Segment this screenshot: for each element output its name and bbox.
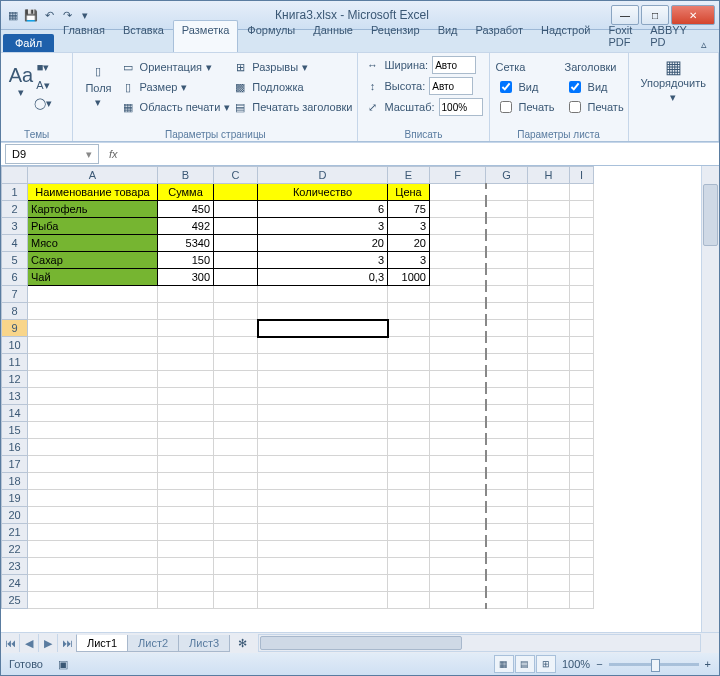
cell-I25[interactable]: [570, 592, 594, 609]
cell-A10[interactable]: [28, 337, 158, 354]
row-header-4[interactable]: 4: [2, 235, 28, 252]
sheet-nav-last-icon[interactable]: ⏭: [58, 634, 77, 652]
sheet-tab-Лист2[interactable]: Лист2: [127, 635, 179, 652]
cell-A6[interactable]: Чай: [28, 269, 158, 286]
cell-G17[interactable]: [486, 456, 528, 473]
cell-D25[interactable]: [258, 592, 388, 609]
cell-D21[interactable]: [258, 524, 388, 541]
cell-B1[interactable]: Сумма: [158, 184, 214, 201]
cell-H10[interactable]: [528, 337, 570, 354]
cell-B24[interactable]: [158, 575, 214, 592]
cell-G7[interactable]: [486, 286, 528, 303]
cell-E3[interactable]: 3: [388, 218, 430, 235]
new-sheet-icon[interactable]: ✻: [234, 635, 250, 651]
cell-H18[interactable]: [528, 473, 570, 490]
cell-I4[interactable]: [570, 235, 594, 252]
theme-fonts-icon[interactable]: A▾: [35, 77, 51, 93]
cell-E18[interactable]: [388, 473, 430, 490]
row-header-23[interactable]: 23: [2, 558, 28, 575]
cell-A12[interactable]: [28, 371, 158, 388]
print-titles-button[interactable]: ▤Печатать заголовки: [232, 97, 352, 117]
cell-A24[interactable]: [28, 575, 158, 592]
tab-abbyy pd[interactable]: ABBYY PD: [641, 20, 696, 52]
sheet-tab-Лист3[interactable]: Лист3: [178, 635, 230, 652]
cell-C13[interactable]: [214, 388, 258, 405]
cell-F3[interactable]: [430, 218, 486, 235]
cell-F20[interactable]: [430, 507, 486, 524]
ribbon-minimize-icon[interactable]: ▵: [696, 36, 712, 52]
cell-C2[interactable]: [214, 201, 258, 218]
cell-I2[interactable]: [570, 201, 594, 218]
cell-B23[interactable]: [158, 558, 214, 575]
cell-A8[interactable]: [28, 303, 158, 320]
row-header-9[interactable]: 9: [2, 320, 28, 337]
row-header-22[interactable]: 22: [2, 541, 28, 558]
row-header-3[interactable]: 3: [2, 218, 28, 235]
cell-C8[interactable]: [214, 303, 258, 320]
cell-F8[interactable]: [430, 303, 486, 320]
tab-формулы[interactable]: Формулы: [238, 20, 304, 52]
cell-D22[interactable]: [258, 541, 388, 558]
theme-effects-icon[interactable]: ◯▾: [35, 95, 51, 111]
col-header-H[interactable]: H: [528, 167, 570, 184]
spreadsheet-area[interactable]: ABCDEFGHI1Наименование товараСуммаКоличе…: [1, 166, 719, 632]
sheet-tab-Лист1[interactable]: Лист1: [76, 635, 128, 652]
cell-E23[interactable]: [388, 558, 430, 575]
save-icon[interactable]: 💾: [23, 7, 39, 23]
cell-A4[interactable]: Мясо: [28, 235, 158, 252]
cell-A25[interactable]: [28, 592, 158, 609]
cell-I13[interactable]: [570, 388, 594, 405]
col-header-G[interactable]: G: [486, 167, 528, 184]
cell-E25[interactable]: [388, 592, 430, 609]
cell-B22[interactable]: [158, 541, 214, 558]
cell-B6[interactable]: 300: [158, 269, 214, 286]
cell-E11[interactable]: [388, 354, 430, 371]
cell-I14[interactable]: [570, 405, 594, 422]
cell-G19[interactable]: [486, 490, 528, 507]
cell-E24[interactable]: [388, 575, 430, 592]
cell-A9[interactable]: [28, 320, 158, 337]
zoom-out-button[interactable]: −: [596, 658, 602, 670]
cell-H22[interactable]: [528, 541, 570, 558]
cell-G15[interactable]: [486, 422, 528, 439]
cell-C20[interactable]: [214, 507, 258, 524]
cell-D16[interactable]: [258, 439, 388, 456]
cell-A20[interactable]: [28, 507, 158, 524]
cell-G6[interactable]: [486, 269, 528, 286]
row-header-6[interactable]: 6: [2, 269, 28, 286]
cell-D13[interactable]: [258, 388, 388, 405]
cell-C21[interactable]: [214, 524, 258, 541]
cell-E21[interactable]: [388, 524, 430, 541]
cell-H4[interactable]: [528, 235, 570, 252]
sheet-nav-next-icon[interactable]: ▶: [39, 634, 58, 652]
cell-B8[interactable]: [158, 303, 214, 320]
orientation-button[interactable]: ▭Ориентация ▾: [120, 57, 231, 77]
cell-D4[interactable]: 20: [258, 235, 388, 252]
cell-H7[interactable]: [528, 286, 570, 303]
page-break-view-button[interactable]: ⊞: [536, 655, 556, 673]
sheet-nav-prev-icon[interactable]: ◀: [20, 634, 39, 652]
cell-D2[interactable]: 6: [258, 201, 388, 218]
cell-D10[interactable]: [258, 337, 388, 354]
cell-B21[interactable]: [158, 524, 214, 541]
cell-I10[interactable]: [570, 337, 594, 354]
cell-C15[interactable]: [214, 422, 258, 439]
cell-H23[interactable]: [528, 558, 570, 575]
cell-B2[interactable]: 450: [158, 201, 214, 218]
cell-A11[interactable]: [28, 354, 158, 371]
cell-B16[interactable]: [158, 439, 214, 456]
cell-F7[interactable]: [430, 286, 486, 303]
tab-вставка[interactable]: Вставка: [114, 20, 173, 52]
row-header-21[interactable]: 21: [2, 524, 28, 541]
cell-A15[interactable]: [28, 422, 158, 439]
cell-C4[interactable]: [214, 235, 258, 252]
row-header-14[interactable]: 14: [2, 405, 28, 422]
row-header-12[interactable]: 12: [2, 371, 28, 388]
tab-данные[interactable]: Данные: [304, 20, 362, 52]
cell-G4[interactable]: [486, 235, 528, 252]
cell-H24[interactable]: [528, 575, 570, 592]
cell-G18[interactable]: [486, 473, 528, 490]
cell-H11[interactable]: [528, 354, 570, 371]
cell-I9[interactable]: [570, 320, 594, 337]
cell-G1[interactable]: [486, 184, 528, 201]
